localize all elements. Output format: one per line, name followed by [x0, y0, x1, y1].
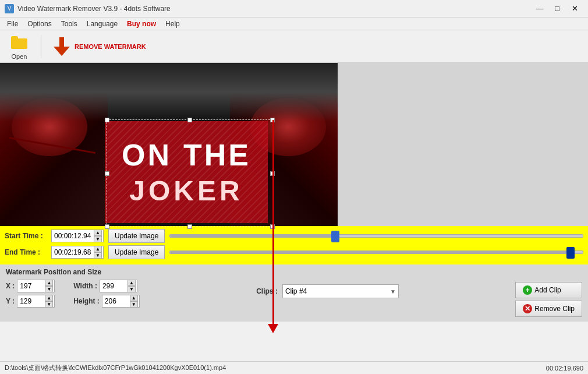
y-up[interactable]: ▲ — [45, 295, 53, 301]
bottom-controls: Start Time : 00:00:12.94 ▲ ▼ Update Imag… — [0, 226, 588, 322]
x-spin: ▲ ▼ — [45, 280, 53, 292]
arrow-indicator — [268, 120, 278, 333]
start-slider-fill — [170, 235, 335, 237]
video-preview-wrapper: ON THE JOKER — [0, 63, 338, 226]
status-bar: D:\tools\桌面\格式转换\fcCWIEkdlx07CFrP1wGk010… — [0, 361, 588, 374]
end-slider-thumb[interactable] — [566, 247, 575, 259]
status-time: 00:02:19.690 — [546, 365, 583, 372]
folder-icon — [11, 36, 27, 49]
start-time-spin: ▲ ▼ — [94, 230, 102, 242]
height-value: 206 — [105, 297, 116, 305]
width-value: 299 — [102, 282, 114, 290]
toolbar: Open REMOVE WATERMARK — [0, 30, 588, 63]
handle-top-mid[interactable] — [187, 118, 192, 122]
content-row: ON THE JOKER — [0, 63, 588, 226]
x-input[interactable]: 197 ▲ ▼ — [17, 280, 55, 292]
right-panel — [338, 63, 588, 226]
remove-clip-button[interactable]: ✕ Remove Clip — [515, 301, 582, 317]
remove-clip-label: Remove Clip — [534, 305, 575, 313]
x-group: X : 197 ▲ ▼ — [6, 280, 55, 292]
position-fields: X : 197 ▲ ▼ Width : — [6, 280, 140, 310]
start-time-up[interactable]: ▲ — [94, 230, 102, 236]
x-label: X : — [6, 282, 15, 290]
height-up[interactable]: ▲ — [130, 295, 138, 301]
handle-mid-left[interactable] — [105, 171, 109, 176]
remove-wm-label: REMOVE WATERMARK — [75, 43, 146, 50]
height-down[interactable]: ▼ — [130, 301, 138, 308]
y-spin: ▲ ▼ — [45, 295, 53, 308]
file-path: D:\tools\桌面\格式转换\fcCWIEkdlx07CFrP1wGk010… — [5, 364, 226, 372]
y-height-row: Y : 129 ▲ ▼ Height : — [6, 295, 140, 308]
pos-clips-row: X : 197 ▲ ▼ Width : — [6, 280, 582, 317]
y-down[interactable]: ▼ — [45, 301, 53, 308]
x-value: 197 — [20, 282, 31, 290]
x-width-row: X : 197 ▲ ▼ Width : — [6, 280, 140, 292]
open-button[interactable]: Open — [5, 30, 34, 63]
height-input[interactable]: 206 ▲ ▼ — [102, 295, 140, 308]
position-title: Watermark Position and Size — [6, 268, 582, 276]
x-down[interactable]: ▼ — [45, 286, 53, 292]
height-label: Height : — [73, 297, 100, 305]
handle-bot-left[interactable] — [105, 224, 109, 229]
handle-top-left[interactable] — [105, 118, 109, 122]
width-down[interactable]: ▼ — [127, 286, 136, 292]
end-time-row: End Time : 00:02:19.68 ▲ ▼ Update Image — [5, 245, 583, 259]
maximize-button[interactable]: □ — [548, 3, 566, 15]
remove-clip-icon: ✕ — [523, 304, 532, 313]
svg-marker-1 — [54, 47, 70, 56]
arrow-shaft — [272, 120, 274, 324]
y-input[interactable]: 129 ▲ ▼ — [17, 295, 55, 308]
y-value: 129 — [20, 297, 31, 305]
start-time-input[interactable]: 00:00:12.94 ▲ ▼ — [51, 230, 104, 242]
clips-current: Clip #4 — [285, 287, 307, 295]
height-spin: ▲ ▼ — [130, 295, 138, 308]
window-controls: — □ ✕ — [531, 3, 583, 15]
clips-dropdown[interactable]: Clip #4 ▼ — [282, 284, 399, 298]
add-clip-button[interactable]: + Add Clip — [515, 282, 582, 298]
menu-help[interactable]: Help — [161, 19, 185, 29]
open-label: Open — [12, 53, 27, 60]
close-button[interactable]: ✕ — [566, 3, 583, 15]
video-preview: ON THE JOKER — [0, 63, 338, 226]
width-label: Width : — [73, 282, 97, 290]
selection-box[interactable] — [107, 119, 273, 227]
width-up[interactable]: ▲ — [127, 280, 136, 286]
start-time-down[interactable]: ▼ — [94, 236, 102, 242]
y-group: Y : 129 ▲ ▼ — [6, 295, 55, 308]
update-image-end-button[interactable]: Update Image — [108, 245, 165, 259]
start-slider-thumb[interactable] — [331, 231, 339, 242]
end-time-up[interactable]: ▲ — [94, 246, 102, 252]
menu-tools[interactable]: Tools — [56, 19, 82, 29]
menu-file[interactable]: File — [2, 19, 23, 29]
end-time-label: End Time : — [5, 248, 47, 256]
app-window: V Video Watermark Remover V3.9 - 4dots S… — [0, 0, 588, 374]
arrow-icon — [54, 38, 70, 55]
menu-language[interactable]: Language — [82, 19, 122, 29]
width-input[interactable]: 299 ▲ ▼ — [100, 280, 137, 292]
remove-watermark-button[interactable]: REMOVE WATERMARK — [48, 34, 150, 59]
menu-options[interactable]: Options — [23, 19, 56, 29]
toolbar-separator — [41, 35, 41, 58]
arrow-head — [268, 324, 278, 333]
end-time-input[interactable]: 00:02:19.68 ▲ ▼ — [51, 246, 104, 259]
window-title: Video Watermark Remover V3.9 - 4dots Sof… — [17, 5, 171, 13]
menu-buynow[interactable]: Buy now — [122, 19, 161, 29]
end-slider-fill — [170, 251, 570, 253]
minimize-button[interactable]: — — [531, 3, 548, 15]
open-icon — [10, 33, 29, 52]
start-time-row: Start Time : 00:00:12.94 ▲ ▼ Update Imag… — [5, 229, 583, 243]
update-image-start-button[interactable]: Update Image — [108, 229, 165, 243]
width-group: Width : 299 ▲ ▼ — [73, 280, 137, 292]
end-time-down[interactable]: ▼ — [94, 252, 102, 259]
start-slider-track[interactable] — [169, 234, 583, 238]
x-up[interactable]: ▲ — [45, 280, 53, 286]
width-spin: ▲ ▼ — [127, 280, 136, 292]
remove-watermark-icon — [52, 37, 71, 56]
menu-bar: File Options Tools Language Buy now Help — [0, 17, 588, 30]
face-top-dark — [0, 63, 338, 121]
end-slider-track[interactable] — [169, 250, 583, 254]
handle-bot-mid[interactable] — [187, 224, 192, 229]
end-time-value: 00:02:19.68 — [54, 248, 94, 256]
clip-buttons: + Add Clip ✕ Remove Clip — [515, 282, 582, 317]
height-group: Height : 206 ▲ ▼ — [73, 295, 140, 308]
